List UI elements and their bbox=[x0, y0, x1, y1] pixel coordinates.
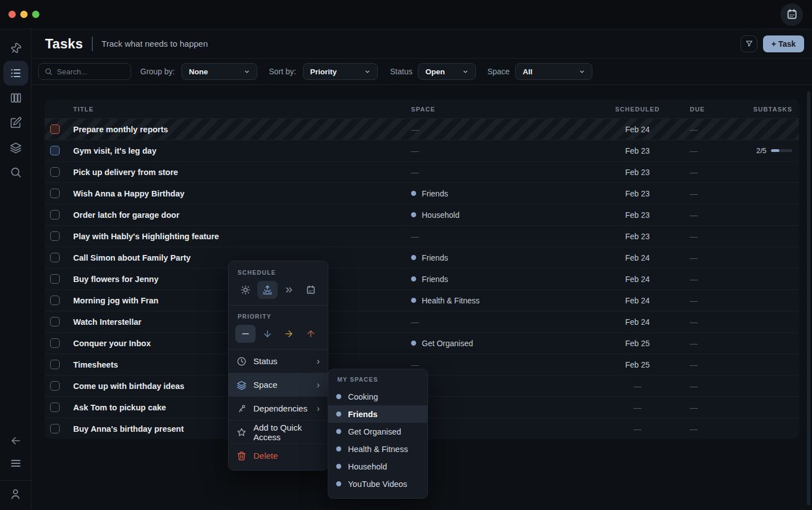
submenu-space-health-fitness[interactable]: Health & Fitness bbox=[328, 440, 427, 458]
task-title[interactable]: Pick up delivery from store bbox=[73, 168, 411, 177]
task-checkbox[interactable] bbox=[50, 296, 60, 305]
task-title[interactable]: Wish Anna a Happy Birthday bbox=[73, 189, 411, 198]
task-title[interactable]: Order latch for garage door bbox=[73, 211, 411, 220]
sidebar bbox=[0, 29, 32, 509]
calendar-panel-button[interactable] bbox=[780, 3, 803, 26]
sidebar-menu-button[interactable] bbox=[3, 452, 28, 475]
minus-icon[interactable] bbox=[235, 325, 256, 343]
table-row[interactable]: Gym visit, it's leg day—Feb 23—2/5 bbox=[44, 140, 799, 161]
table-row[interactable]: Morning jog with FranHealth & FitnessFeb… bbox=[44, 289, 799, 311]
compose-icon bbox=[10, 117, 22, 129]
column-header-space[interactable]: SPACE bbox=[411, 106, 606, 113]
task-checkbox[interactable] bbox=[50, 146, 60, 155]
task-checkbox[interactable] bbox=[50, 402, 60, 412]
task-checkbox[interactable] bbox=[50, 253, 60, 262]
menu-divider bbox=[229, 305, 328, 306]
task-checkbox[interactable] bbox=[50, 274, 60, 284]
table-row[interactable]: Wish Anna a Happy BirthdayFriendsFeb 23— bbox=[44, 182, 799, 204]
task-scheduled: — bbox=[606, 381, 668, 391]
menu-item-dependencies[interactable]: Dependencies› bbox=[229, 397, 328, 420]
sidebar-item-compose[interactable] bbox=[3, 110, 28, 135]
arrow-up-icon[interactable] bbox=[301, 325, 321, 343]
column-header-due[interactable]: DUE bbox=[668, 106, 725, 113]
column-header-scheduled[interactable]: SCHEDULED bbox=[606, 106, 668, 113]
submenu-space-cooking[interactable]: Cooking bbox=[328, 388, 427, 405]
search-box[interactable] bbox=[38, 63, 131, 80]
task-checkbox[interactable] bbox=[50, 424, 60, 433]
filter-bar: Group by: None Sort by: Priority Status … bbox=[32, 59, 812, 85]
arrow-right-icon[interactable] bbox=[279, 325, 299, 343]
spaces-submenu: MY SPACES CookingFriendsGet OrganisedHea… bbox=[328, 369, 428, 499]
task-checkbox[interactable] bbox=[50, 381, 60, 391]
sidebar-item-pinned[interactable] bbox=[3, 36, 28, 61]
space-dot bbox=[411, 212, 416, 217]
table-row[interactable]: Prepare monthly reports—Feb 24— bbox=[44, 118, 799, 140]
table-row[interactable]: Watch Interstellar—Feb 24— bbox=[44, 311, 799, 332]
zoom-window-button[interactable] bbox=[32, 11, 39, 18]
table-row[interactable]: Buy flowers for JennyFriendsFeb 24— bbox=[44, 268, 799, 289]
table-row[interactable]: Call Simon about Family PartyFriendsFeb … bbox=[44, 247, 799, 268]
subtasks-progressbar bbox=[771, 149, 792, 152]
group-by-select[interactable]: None bbox=[181, 63, 257, 80]
space-dot bbox=[336, 446, 341, 451]
filter-button[interactable] bbox=[740, 35, 757, 52]
table-row[interactable]: Play with Hably's Highlighting feature—F… bbox=[44, 225, 799, 247]
task-due: — bbox=[668, 296, 725, 306]
new-task-button[interactable]: + Task bbox=[763, 35, 804, 52]
close-window-button[interactable] bbox=[8, 11, 16, 18]
page-subtitle: Track what needs to happen bbox=[101, 39, 208, 48]
task-space: — bbox=[411, 424, 606, 433]
task-title[interactable]: Gym visit, it's leg day bbox=[73, 146, 411, 155]
submenu-space-get-organised[interactable]: Get Organised bbox=[328, 423, 427, 440]
task-checkbox[interactable] bbox=[50, 210, 60, 220]
sidebar-item-spaces[interactable] bbox=[3, 135, 28, 160]
menu-item-space[interactable]: Space› bbox=[229, 373, 328, 396]
funnel-icon bbox=[745, 39, 753, 48]
column-header-title[interactable]: TITLE bbox=[73, 106, 411, 113]
task-checkbox[interactable] bbox=[50, 124, 60, 134]
table-row[interactable]: Pick up delivery from store—Feb 23— bbox=[44, 161, 799, 182]
task-checkbox[interactable] bbox=[50, 317, 60, 326]
space-dot bbox=[411, 191, 416, 196]
sidebar-back-button[interactable] bbox=[3, 430, 28, 452]
task-space: Household bbox=[411, 211, 606, 220]
task-title[interactable]: Prepare monthly reports bbox=[73, 125, 411, 134]
sun-icon[interactable] bbox=[235, 281, 256, 299]
scrollbar[interactable] bbox=[807, 91, 810, 505]
table-row[interactable]: Conquer your InboxGet OrganisedFeb 25— bbox=[44, 332, 799, 354]
task-title[interactable]: Play with Hably's Highlighting feature bbox=[73, 232, 411, 241]
calendar-icon[interactable] bbox=[301, 281, 321, 299]
sunrise-icon[interactable] bbox=[257, 281, 278, 299]
sidebar-account-button[interactable] bbox=[0, 480, 32, 509]
table-row[interactable]: Order latch for garage doorHouseholdFeb … bbox=[44, 204, 799, 225]
menu-item-status[interactable]: Status› bbox=[229, 350, 328, 373]
sidebar-item-task-list[interactable] bbox=[3, 61, 28, 86]
search-input[interactable] bbox=[57, 68, 125, 76]
chevrons-right-icon[interactable] bbox=[279, 281, 299, 299]
task-checkbox[interactable] bbox=[50, 360, 60, 369]
submenu-space-youtube-videos[interactable]: YouTube Videos bbox=[328, 475, 427, 493]
arrow-down-icon[interactable] bbox=[257, 325, 278, 343]
task-checkbox[interactable] bbox=[50, 189, 60, 198]
sidebar-item-search[interactable] bbox=[3, 160, 28, 185]
submenu-space-friends[interactable]: Friends bbox=[328, 405, 427, 423]
task-scheduled: Feb 23 bbox=[606, 189, 668, 199]
task-checkbox[interactable] bbox=[50, 231, 60, 241]
task-due: — bbox=[668, 274, 725, 284]
submenu-space-household[interactable]: Household bbox=[328, 458, 427, 475]
menu-item-add-to-quick-access[interactable]: Add to Quick Access bbox=[229, 420, 328, 444]
status-select[interactable]: Open bbox=[418, 63, 476, 80]
column-header-subtasks[interactable]: SUBTASKS bbox=[725, 106, 799, 113]
page-title: Tasks bbox=[45, 36, 83, 52]
space-select[interactable]: All bbox=[515, 63, 592, 80]
minimize-window-button[interactable] bbox=[20, 11, 28, 18]
sort-by-select[interactable]: Priority bbox=[303, 63, 378, 80]
task-scheduled: Feb 25 bbox=[606, 338, 668, 348]
task-due: — bbox=[668, 338, 725, 348]
hamburger-menu-icon bbox=[10, 457, 22, 469]
sidebar-item-kanban[interactable] bbox=[3, 86, 28, 110]
task-due: — bbox=[668, 402, 725, 413]
task-checkbox[interactable] bbox=[50, 338, 60, 348]
menu-item-delete[interactable]: Delete bbox=[229, 444, 328, 467]
task-checkbox[interactable] bbox=[50, 167, 60, 177]
